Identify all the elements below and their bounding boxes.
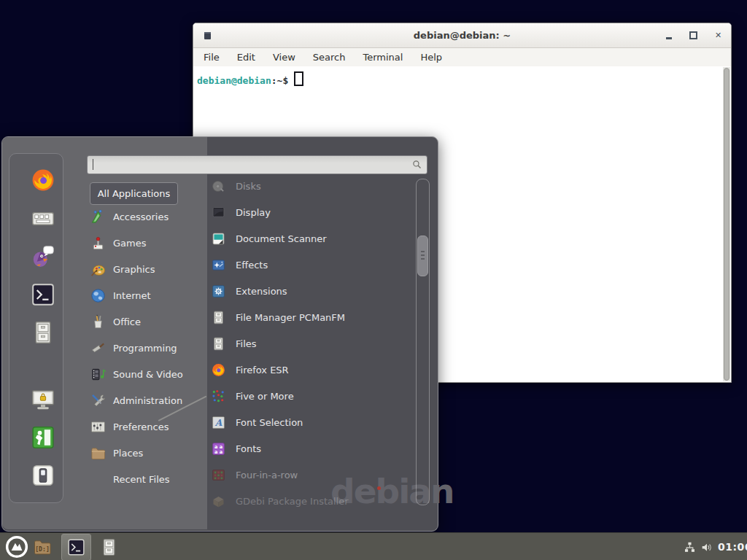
pidgin-icon (30, 244, 56, 270)
application-menu: debian All Applications Accessories Game… (1, 136, 438, 532)
effects-icon (211, 257, 226, 273)
taskbar-window-files[interactable] (97, 535, 120, 559)
disks-icon (211, 179, 226, 194)
menu-logo-icon (5, 535, 28, 559)
menu-launcher-button[interactable] (5, 535, 28, 559)
terminal-cursor (294, 71, 303, 86)
menu-search[interactable]: Search (313, 52, 346, 63)
internet-icon (90, 287, 107, 304)
category-places[interactable]: Places (90, 440, 208, 466)
favorite-terminal[interactable] (30, 281, 56, 308)
maximize-button[interactable] (689, 31, 697, 39)
volume-icon (700, 540, 714, 554)
lock-screen-button[interactable] (30, 386, 56, 413)
category-office[interactable]: Office (90, 308, 208, 335)
shutdown-icon (30, 462, 56, 489)
app-list-scrollbar[interactable] (416, 179, 430, 505)
app-effects[interactable]: Effects (211, 252, 417, 278)
four-in-a-row-icon (211, 467, 226, 483)
extensions-icon (211, 284, 226, 299)
app-document-scanner[interactable]: Document Scanner (211, 225, 417, 252)
terminal-scrollbar-thumb[interactable] (724, 68, 729, 381)
favorite-pidgin[interactable] (30, 244, 56, 270)
favorites-sidebar (9, 153, 63, 503)
taskbar: 01:06 (0, 532, 747, 560)
accessories-icon (90, 209, 107, 225)
file-cabinet-icon (211, 336, 226, 351)
firefox-icon (211, 362, 226, 378)
font-selection-icon (211, 415, 226, 430)
category-administration[interactable]: Administration (90, 387, 208, 413)
favorite-keyboard[interactable] (30, 206, 56, 232)
app-four-in-a-row[interactable]: Four-in-a-row (211, 462, 417, 488)
app-display[interactable]: Display (211, 199, 417, 225)
gdebi-icon (211, 494, 226, 509)
prompt-user-host: debian@debian (197, 75, 271, 86)
category-accessories[interactable]: Accessories (90, 203, 208, 230)
app-gdebi-package-installer[interactable]: GDebi Package Installer (211, 488, 417, 514)
app-extensions[interactable]: Extensions (211, 278, 417, 304)
terminal-prompt-line: debian@debian:~$ (193, 66, 731, 86)
places-folder-icon (90, 445, 107, 462)
file-cabinet-icon (211, 310, 226, 325)
clock[interactable]: 01:06 (718, 533, 747, 560)
desktop-folder-launcher[interactable] (31, 537, 53, 557)
office-icon (90, 314, 107, 330)
terminal-window-icon (204, 32, 211, 39)
all-applications-label: All Applications (98, 188, 171, 199)
menu-view[interactable]: View (273, 52, 295, 63)
five-or-more-icon (211, 389, 226, 404)
favorite-firefox[interactable] (30, 167, 56, 193)
app-firefox-esr[interactable]: Firefox ESR (211, 357, 417, 383)
category-programming[interactable]: Programming (90, 335, 208, 361)
sound-video-icon (90, 366, 107, 383)
app-fonts[interactable]: Fonts (211, 435, 417, 462)
app-files[interactable]: Files (211, 330, 417, 357)
menu-terminal[interactable]: Terminal (363, 52, 403, 63)
menu-help[interactable]: Help (420, 52, 442, 63)
favorite-file-manager[interactable] (30, 319, 56, 346)
terminal-icon (30, 281, 56, 308)
close-button[interactable]: ✕ (714, 31, 722, 39)
terminal-icon (66, 537, 86, 557)
desktop-folder-icon (31, 537, 53, 557)
lock-screen-icon (30, 386, 56, 413)
terminal-menubar: File Edit View Search Terminal Help (193, 48, 731, 66)
fonts-icon (211, 441, 226, 456)
app-file-manager-pcmanfm[interactable]: File Manager PCManFM (211, 304, 417, 330)
category-games[interactable]: Games (90, 230, 208, 256)
terminal-scrollbar[interactable] (723, 67, 730, 381)
app-font-selection[interactable]: Font Selection (211, 409, 417, 435)
app-five-or-more[interactable]: Five or More (211, 383, 417, 409)
preferences-icon (90, 419, 107, 435)
app-list-scrollbar-thumb[interactable] (417, 236, 428, 276)
games-icon (90, 235, 107, 252)
network-icon (683, 540, 697, 554)
volume-tray-icon[interactable] (700, 540, 714, 554)
all-applications-button[interactable]: All Applications (90, 182, 178, 205)
menu-file[interactable]: File (204, 52, 220, 63)
taskbar-window-terminal[interactable] (61, 534, 91, 560)
category-recent-files[interactable]: Recent Files (90, 466, 208, 492)
search-input[interactable] (87, 155, 427, 174)
file-cabinet-icon (30, 319, 56, 346)
minimize-button[interactable] (665, 31, 673, 39)
file-cabinet-icon (99, 537, 119, 557)
category-internet[interactable]: Internet (90, 282, 208, 308)
keyboard-icon (30, 206, 56, 232)
category-list: Accessories Games Graphics Internet Offi… (90, 203, 208, 492)
log-out-button[interactable] (30, 424, 56, 451)
terminal-title: debian@debian: ~ (193, 23, 731, 47)
prompt-suffix: :~$ (271, 75, 288, 86)
terminal-titlebar[interactable]: debian@debian: ~ ✕ (193, 23, 731, 48)
category-preferences[interactable]: Preferences (90, 413, 208, 440)
firefox-icon (30, 167, 56, 193)
menu-edit[interactable]: Edit (237, 52, 255, 63)
network-tray-icon[interactable] (683, 540, 697, 554)
document-scanner-icon (211, 231, 226, 246)
category-sound-video[interactable]: Sound & Video (90, 361, 208, 387)
shutdown-button[interactable] (30, 462, 56, 489)
category-graphics[interactable]: Graphics (90, 256, 208, 282)
app-disks[interactable]: Disks (211, 173, 417, 199)
graphics-icon (90, 261, 107, 278)
